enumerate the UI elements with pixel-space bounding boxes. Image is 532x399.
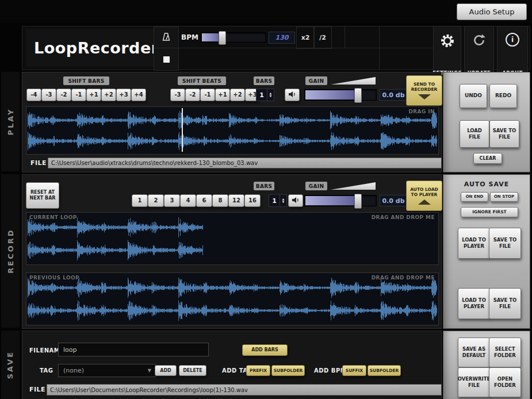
- record-bars-8-button[interactable]: 8: [212, 194, 228, 207]
- play-bars-stepper[interactable]: 1 ▲▼: [256, 89, 274, 101]
- select-folder-button[interactable]: SELECT FOLDER: [489, 337, 521, 367]
- tag-dropdown[interactable]: (none) ▼: [58, 364, 156, 377]
- send-to-recorder-label: SEND TO RECORDER: [408, 82, 441, 93]
- record-gain-handle[interactable]: [354, 194, 362, 209]
- previous-save-to-file-button[interactable]: SAVE TO FILE: [489, 288, 521, 319]
- tag-dropdown-value: (none): [63, 367, 84, 374]
- drag-in-label: DRAG IN: [408, 109, 435, 114]
- stop-icon: [163, 56, 170, 63]
- add-bars-button[interactable]: ADD BARS: [242, 344, 288, 356]
- ignore-first-button[interactable]: IGNORE FIRST: [461, 207, 518, 217]
- shift-bars-plus1-button[interactable]: +1: [86, 89, 101, 101]
- overwrite-file-button[interactable]: OVERWRITE FILE: [458, 367, 490, 397]
- shift-beats-plus1-button[interactable]: +1: [215, 89, 230, 101]
- gear-icon: [439, 33, 456, 51]
- tag-label: TAG: [40, 367, 53, 374]
- record-bars-1-button[interactable]: 1: [132, 194, 148, 207]
- play-bars-value: 1: [257, 89, 267, 101]
- metronome-button[interactable]: [154, 26, 179, 49]
- tag-prefix-button[interactable]: PREFIX: [246, 365, 270, 376]
- record-mute-button[interactable]: [288, 194, 303, 207]
- sidebar-record-label: RECORD: [6, 228, 15, 273]
- open-folder-button[interactable]: OPEN FOLDER: [489, 367, 521, 397]
- redo-button[interactable]: REDO: [489, 84, 517, 108]
- shift-bars-minus2-button[interactable]: -2: [56, 89, 71, 101]
- tag-delete-button[interactable]: DELETE: [179, 365, 206, 376]
- previous-loop-box[interactable]: PREVIOUS LOOP DRAG AND DROP ME: [26, 273, 439, 325]
- bpm-value[interactable]: 130: [269, 32, 295, 44]
- undo-button[interactable]: UNDO: [460, 84, 487, 108]
- auto-load-to-player-button[interactable]: AUTO LOAD TO PLAYER: [406, 181, 442, 211]
- record-gain-slider[interactable]: [304, 195, 377, 206]
- bpm-slider[interactable]: [201, 32, 266, 43]
- current-loop-label: CURRENT LOOP: [29, 214, 77, 220]
- load-file-button[interactable]: LOAD FILE: [460, 120, 489, 148]
- stop-button[interactable]: [154, 48, 179, 71]
- play-gain-db-value: 0.0 db: [380, 89, 407, 101]
- record-bars-12-button[interactable]: 12: [228, 194, 244, 207]
- bpm-subfolder-button[interactable]: SUBFOLDER: [368, 365, 401, 376]
- tag-add-button[interactable]: ADD: [155, 365, 177, 376]
- shift-bars-plus4-button[interactable]: +4: [131, 89, 146, 101]
- shift-beats-minus2-button[interactable]: -2: [185, 89, 200, 101]
- play-gain-badge: GAIN: [305, 76, 327, 85]
- shift-bars-minus3-button[interactable]: -3: [41, 89, 56, 101]
- record-bars-stepper[interactable]: 1 ▲▼: [269, 194, 287, 207]
- play-gain-slider[interactable]: [304, 89, 377, 101]
- tag-subfolder-button[interactable]: SUBFOLDER: [271, 365, 305, 376]
- auto-load-label: AUTO LOAD TO PLAYER: [408, 187, 441, 198]
- record-gain-fill: [305, 196, 357, 205]
- current-loop-box[interactable]: CURRENT LOOP DRAG AND DROP ME: [26, 212, 439, 265]
- send-to-recorder-button[interactable]: SEND TO RECORDER: [406, 75, 442, 106]
- save-side-panel: SAVE AS DEFAULT SELECT FOLDER OVERWRITE …: [443, 331, 530, 399]
- shift-beats-minus3-button[interactable]: -3: [170, 89, 185, 101]
- sidebar-save-label: SAVE: [6, 351, 15, 379]
- app-logo: LoopRecorder: [26, 29, 159, 67]
- shift-bars-minus1-button[interactable]: -1: [71, 89, 86, 101]
- shift-bars-plus3-button[interactable]: +3: [116, 89, 131, 101]
- audio-setup-button[interactable]: Audio Setup: [457, 3, 527, 20]
- metronome-icon: [162, 32, 171, 44]
- shift-bars-plus2-button[interactable]: +2: [101, 89, 116, 101]
- autosave-on-stop-button[interactable]: ON STOP: [490, 192, 518, 202]
- save-file-path: C:\Users\User\Documents\LoopRecorder\Rec…: [47, 384, 442, 396]
- record-bars-3-button[interactable]: 3: [164, 194, 180, 207]
- bpm-slider-handle[interactable]: [219, 31, 226, 45]
- shift-beats-plus2-button[interactable]: +2: [230, 89, 245, 101]
- current-loop-waveform-canvas[interactable]: [26, 213, 437, 263]
- record-bars-stepper-arrows[interactable]: ▲▼: [280, 195, 286, 206]
- filename-input[interactable]: [58, 343, 209, 356]
- sidebar-section-save: SAVE: [1, 331, 20, 399]
- arrow-down-icon: [418, 94, 431, 99]
- autosave-on-end-button[interactable]: ON END: [461, 192, 488, 202]
- save-panel: FILENAME ADD BARS TAG (none) ▼ ADD DELET…: [22, 331, 442, 399]
- play-gain-ramp-icon: [331, 77, 376, 85]
- record-bars-16-button[interactable]: 16: [244, 194, 261, 207]
- previous-loop-waveform-canvas[interactable]: [26, 273, 437, 324]
- save-to-file-button[interactable]: SAVE TO FILE: [489, 120, 519, 148]
- record-bars-4-button[interactable]: 4: [180, 194, 196, 207]
- play-bars-stepper-arrows[interactable]: ▲▼: [267, 89, 274, 101]
- shift-bars-minus4-button[interactable]: -4: [26, 89, 41, 101]
- play-gain-handle[interactable]: [354, 88, 362, 103]
- bpm-suffix-button[interactable]: SUFFIX: [342, 365, 366, 376]
- current-save-to-file-button[interactable]: SAVE TO FILE: [489, 228, 521, 259]
- bpm-half-button[interactable]: /2: [313, 26, 332, 49]
- record-bars-value: 1: [269, 195, 280, 206]
- shift-beats-badge: SHIFT BEATS: [178, 76, 226, 85]
- play-mute-button[interactable]: [285, 89, 300, 101]
- clear-button[interactable]: CLEAR: [473, 153, 502, 164]
- previous-load-to-player-button[interactable]: LOAD TO PLAYER: [458, 288, 490, 319]
- record-bars-badge: BARS: [254, 182, 274, 190]
- save-as-default-button[interactable]: SAVE AS DEFAULT: [458, 337, 490, 367]
- reset-at-next-bar-button[interactable]: RESET AT NEXT BAR: [26, 182, 59, 209]
- record-bars-6-button[interactable]: 6: [196, 194, 212, 207]
- current-load-to-player-button[interactable]: LOAD TO PLAYER: [458, 228, 490, 259]
- player-waveform-canvas[interactable]: [26, 107, 437, 153]
- record-bars-2-button[interactable]: 2: [148, 194, 164, 207]
- player-waveform-box[interactable]: DRAG IN: [26, 106, 439, 155]
- shift-beats-minus1-button[interactable]: -1: [200, 89, 215, 101]
- playhead-marker[interactable]: [182, 108, 183, 152]
- bpm-double-button[interactable]: x2: [296, 26, 315, 49]
- header: LoopRecorder BPM 130 x2 /2 SETTINGS: [22, 26, 530, 70]
